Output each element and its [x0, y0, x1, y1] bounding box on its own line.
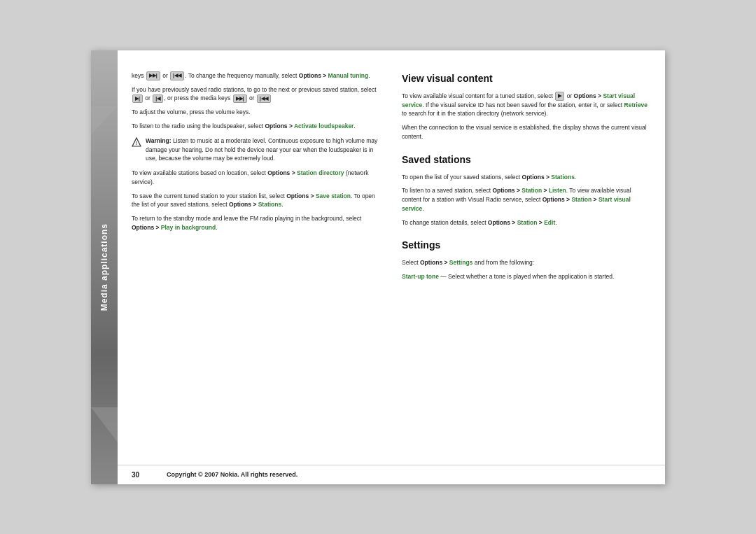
listen-link: Listen [549, 187, 566, 194]
options-activate: Options > Activate loudspeaker [265, 122, 354, 129]
right-para-6: Select Options > Settings and from the f… [402, 258, 651, 267]
settings-link: Settings [449, 259, 473, 266]
page-number: 30 [132, 471, 153, 479]
options-play-bg: Options > Play in background [132, 224, 216, 231]
sidebar: Media applications [91, 50, 118, 484]
start-visual-link-2: Start visual service [402, 196, 631, 212]
retrieve-link: Retrieve [624, 101, 648, 108]
options-stations-2: Options > [522, 174, 550, 181]
sidebar-label: Media applications [99, 223, 109, 311]
warning-icon: ! [132, 137, 141, 147]
left-column: keys ▶▶| or |◀◀. To change the frequency… [132, 71, 381, 458]
right-para-1: To view available visual content for a t… [402, 92, 651, 119]
right-para-3: To open the list of your saved stations,… [402, 173, 651, 182]
warning-label: Warning: [146, 137, 172, 144]
media-fwd-icon: ▶▶| [233, 94, 247, 104]
forward-key-icon: ▶▶| [146, 71, 160, 80]
activate-loudspeaker-link: Activate loudspeaker [294, 122, 354, 129]
right-column: View visual content To view available vi… [402, 71, 651, 458]
media-back-icon: |◀◀ [257, 94, 271, 104]
station-link-3: Station [517, 219, 538, 226]
options-station-start: Options > Station > Start visual service [402, 196, 631, 212]
page: Media applications keys ▶▶| or |◀◀. To c… [91, 50, 665, 484]
next-key-icon: ▶| [132, 94, 143, 104]
station-link-2: Station [571, 196, 592, 203]
options-station-dir: Options > Station directory [267, 169, 344, 176]
save-station-link: Save station [316, 192, 351, 199]
options-settings: Options > Settings [420, 259, 472, 266]
left-para-4: To listen to the radio using the loudspe… [132, 122, 381, 131]
station-directory-link: Station directory [297, 169, 344, 176]
options-station-edit: Options > Station > Edit [488, 219, 555, 226]
right-para-5: To change station details, select Option… [402, 218, 651, 227]
right-para-7: Start-up tone — Select whether a tone is… [402, 272, 651, 281]
options-manual-tuning: Options > Manual tuning [299, 72, 368, 79]
station-link: Station [522, 187, 542, 194]
start-visual-service-link: Start visual service [402, 92, 635, 108]
svg-text:!: ! [136, 141, 137, 146]
play-background-link: Play in background [161, 224, 216, 231]
warning-text: Warning: Listen to music at a moderate l… [146, 136, 381, 163]
left-para-1: keys ▶▶| or |◀◀. To change the frequency… [132, 71, 381, 80]
options-station-listen: Options > Station > Listen [492, 187, 566, 194]
left-para-5: To view available stations based on loca… [132, 169, 381, 187]
left-para-7: To return to the standby mode and leave … [132, 214, 381, 232]
stations-link-2: Stations [551, 174, 575, 181]
startup-tone-label: Start-up tone [402, 273, 439, 280]
left-para-6: To save the current tuned station to you… [132, 192, 381, 210]
left-para-2: If you have previously saved radio stati… [132, 85, 381, 104]
back-key-icon: |◀◀ [170, 71, 184, 80]
settings-heading: Settings [402, 238, 651, 253]
options-save-station: Options > Save station [286, 192, 351, 199]
view-visual-content-heading: View visual content [402, 71, 651, 86]
manual-tuning-link: Manual tuning [328, 72, 369, 79]
footer: 30 Copyright © 2007 Nokia. All rights re… [118, 465, 665, 484]
saved-stations-heading: Saved stations [402, 153, 651, 167]
columns: keys ▶▶| or |◀◀. To change the frequency… [118, 50, 665, 465]
right-para-2: When the connection to the visual servic… [402, 123, 651, 141]
warning-block: ! Warning: Listen to music at a moderate… [132, 136, 381, 163]
prev-key-icon: |◀ [153, 94, 163, 104]
options-start-visual: Options > Start visual service [402, 92, 635, 108]
stations-link: Stations [258, 201, 282, 208]
left-para-3: To adjust the volume, press the volume k… [132, 108, 381, 117]
visual-key-icon: ▶ [555, 92, 564, 101]
main-content: keys ▶▶| or |◀◀. To change the frequency… [118, 50, 665, 484]
options-stations: Options > Stations [229, 201, 281, 208]
right-para-4: To listen to a saved station, select Opt… [402, 186, 651, 213]
copyright-text: Copyright © 2007 Nokia. All rights reser… [167, 471, 298, 478]
edit-link: Edit [544, 219, 555, 226]
